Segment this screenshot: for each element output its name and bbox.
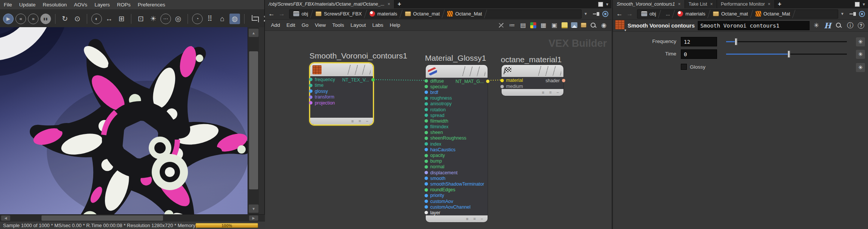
network-box-icon[interactable] <box>581 23 586 28</box>
forward-arrow-icon[interactable]: → <box>277 10 287 18</box>
render-region-icon[interactable]: ⊡ <box>135 14 146 24</box>
node-input-row[interactable]: opacity <box>426 152 488 158</box>
node-input-row[interactable]: brdf <box>426 89 488 95</box>
houdini-logo-icon[interactable]: H <box>824 22 831 29</box>
node-flag-icon[interactable]: − <box>366 119 368 123</box>
scroll-right-icon[interactable]: ▶ <box>249 215 258 221</box>
input-connector-dot[interactable] <box>309 78 312 81</box>
pane-menu-arrow-icon[interactable]: ▼ <box>605 2 609 6</box>
search-icon[interactable] <box>590 22 597 29</box>
render-horizontal-scrollbar[interactable]: ◀ ▶ <box>0 214 265 221</box>
frequency-slider[interactable] <box>726 41 847 42</box>
node-flag-icon[interactable]: − <box>557 90 559 95</box>
node-input-row[interactable]: roughness <box>426 95 488 101</box>
input-connector-dot[interactable] <box>425 79 428 83</box>
input-connector-dot[interactable] <box>425 114 428 117</box>
horizontal-scroll-thumb[interactable] <box>42 215 163 221</box>
close-icon[interactable]: × <box>768 2 771 7</box>
input-connector-dot[interactable] <box>425 148 428 151</box>
parameter-tab[interactable]: Smooth_Voronoi_contours1 × <box>613 0 685 8</box>
network-canvas[interactable]: VEX Builder Smooth_Voronoi_contours1 <box>265 31 611 229</box>
time-value-field[interactable] <box>681 49 717 59</box>
pane-layout-icon[interactable] <box>855 2 860 7</box>
expand-icon[interactable]: ↔ <box>104 14 114 24</box>
input-connector-dot[interactable] <box>425 97 428 100</box>
input-connector-dot[interactable] <box>500 79 504 82</box>
close-icon[interactable]: × <box>710 2 713 7</box>
pane-layout-icon[interactable] <box>598 2 603 7</box>
help-icon[interactable]: ? <box>858 22 864 29</box>
path-dropdown-icon[interactable]: ▼ <box>840 12 846 16</box>
pixel-grid-icon[interactable]: ⠿ <box>205 14 215 24</box>
menu-item[interactable]: Edit <box>286 22 295 28</box>
menu-item[interactable]: Resolution <box>43 2 67 8</box>
slider-handle[interactable] <box>735 38 737 45</box>
breadcrumb-item[interactable]: Octane_Mat <box>752 10 794 18</box>
node-input-row[interactable]: anisotropy <box>426 101 488 107</box>
node-input-row[interactable]: filmwidth <box>426 118 488 124</box>
input-connector-dot[interactable] <box>425 160 428 163</box>
node-input-row[interactable]: roundEdges <box>426 187 488 193</box>
menu-item[interactable]: View <box>315 22 326 28</box>
node-flag-icon[interactable]: = <box>549 90 551 95</box>
menu-item[interactable]: Tools <box>332 22 344 28</box>
breadcrumb-item[interactable]: Octane_mat <box>709 10 752 18</box>
clock-icon[interactable]: ◔ <box>192 14 203 24</box>
node-flag-icon[interactable]: ≡ <box>542 90 544 95</box>
node-footer[interactable]: ≡ = − <box>426 215 488 222</box>
node-input-row[interactable]: glossy <box>310 88 373 94</box>
focus-rings-icon[interactable]: ◎ <box>173 14 183 24</box>
tools-icon[interactable] <box>497 22 505 29</box>
separator[interactable] <box>244 14 245 24</box>
input-connector-dot[interactable] <box>425 137 428 140</box>
menu-item[interactable]: File <box>4 2 12 8</box>
breadcrumb-item[interactable]: Octane_mat <box>401 10 444 18</box>
separator[interactable] <box>55 14 55 24</box>
input-connector-dot[interactable] <box>425 125 428 129</box>
palette-icon[interactable] <box>530 22 536 28</box>
grid-snap-icon[interactable]: ▦ <box>540 22 547 29</box>
breadcrumb-item[interactable]: Octane_Mat <box>443 10 486 18</box>
output-connector-dot[interactable] <box>562 79 565 82</box>
pause-icon[interactable]: ▮▮ <box>40 14 51 24</box>
input-connector-dot[interactable] <box>425 188 428 192</box>
contrast-icon[interactable]: ◐ <box>91 14 102 24</box>
node-input-row[interactable]: rotation <box>426 107 488 112</box>
exposure-icon[interactable]: ☀ <box>148 14 159 24</box>
menu-item[interactable]: Layers <box>94 2 110 8</box>
pane-menu-arrow-icon[interactable]: ▼ <box>862 2 866 6</box>
node-footer[interactable]: ≡ = − <box>310 118 373 124</box>
separator[interactable] <box>87 14 87 24</box>
node-flag-icon[interactable]: − <box>481 217 483 221</box>
node-input-row[interactable]: time <box>310 83 373 89</box>
node-input-row[interactable]: smoothShadowTerminator <box>426 181 488 187</box>
overview-icon[interactable]: ◉ <box>600 22 608 29</box>
input-connector-dot[interactable] <box>425 91 428 94</box>
back-arrow-icon[interactable]: ← <box>614 10 625 18</box>
gear-icon[interactable]: ✳ <box>856 63 865 72</box>
input-connector-dot[interactable] <box>425 205 428 209</box>
menu-item[interactable]: ROPs <box>117 2 131 8</box>
tab-network-path[interactable]: /obj/ScrewsFBX_FBX/materials/Octane_mat/… <box>265 0 394 8</box>
node-name-input[interactable] <box>698 21 810 30</box>
node-input-row[interactable]: smooth <box>426 175 488 181</box>
voronoi-texture-icon[interactable] <box>615 20 625 29</box>
input-connector-dot[interactable] <box>500 85 504 88</box>
menu-item[interactable]: Help <box>390 22 400 28</box>
node-input-row[interactable]: medium <box>502 83 563 89</box>
background-sphere-icon[interactable]: ◍ <box>229 14 240 24</box>
menu-item[interactable]: Add <box>271 22 280 28</box>
more-options-icon[interactable]: ⋯ <box>160 14 171 24</box>
follow-selection-icon[interactable] <box>602 11 608 17</box>
node-input-row[interactable]: customAov <box>426 198 488 204</box>
add-image-plane-icon[interactable]: ⊞ <box>116 14 127 24</box>
breadcrumb-item[interactable]: materials <box>366 10 401 18</box>
gear-icon[interactable]: ✳ <box>813 22 820 29</box>
vertical-scroll-thumb[interactable] <box>249 51 258 189</box>
node-input-row[interactable]: projection <box>310 100 373 106</box>
scroll-left-icon[interactable]: ◀ <box>1 215 10 221</box>
input-connector-dot[interactable] <box>425 108 428 111</box>
slider-handle[interactable] <box>788 51 790 58</box>
separator[interactable] <box>131 14 131 24</box>
node-flag-icon[interactable]: ≡ <box>351 119 354 123</box>
